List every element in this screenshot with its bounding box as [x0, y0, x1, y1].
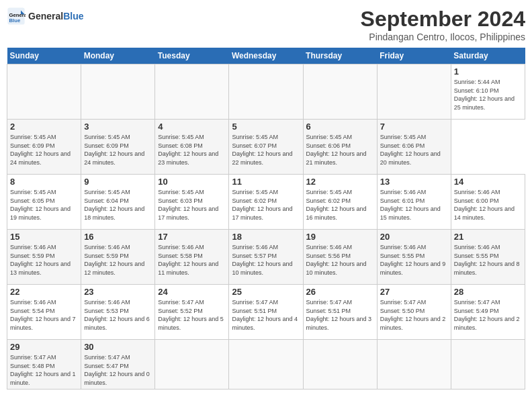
day-info: Sunrise: 5:46 AMSunset: 5:59 PMDaylight:… — [84, 243, 152, 277]
day-number: 8 — [10, 177, 78, 187]
day-number: 30 — [84, 342, 152, 352]
day-cell-17: 17Sunrise: 5:46 AMSunset: 5:58 PMDayligh… — [155, 230, 229, 285]
day-info: Sunrise: 5:46 AMSunset: 5:58 PMDaylight:… — [158, 243, 226, 277]
day-number: 9 — [84, 177, 152, 187]
day-info: Sunrise: 5:45 AMSunset: 6:08 PMDaylight:… — [158, 133, 226, 167]
day-info: Sunrise: 5:46 AMSunset: 5:56 PMDaylight:… — [306, 243, 374, 277]
day-cell-23: 23Sunrise: 5:46 AMSunset: 5:53 PMDayligh… — [81, 285, 155, 340]
title-section: September 2024 Pindangan Centro, Ilocos,… — [361, 7, 525, 42]
day-cell-29: 29Sunrise: 5:47 AMSunset: 5:48 PMDayligh… — [7, 340, 81, 390]
header-thursday: Thursday — [303, 48, 377, 64]
day-info: Sunrise: 5:46 AMSunset: 6:01 PMDaylight:… — [380, 188, 448, 222]
day-cell-6: 6Sunrise: 5:45 AMSunset: 6:06 PMDaylight… — [303, 120, 377, 175]
day-number: 20 — [380, 232, 448, 242]
day-cell-19: 19Sunrise: 5:46 AMSunset: 5:56 PMDayligh… — [303, 230, 377, 285]
location-subtitle: Pindangan Centro, Ilocos, Philippines — [361, 32, 525, 42]
empty-cell — [377, 340, 451, 390]
day-info: Sunrise: 5:46 AMSunset: 6:00 PMDaylight:… — [454, 188, 522, 222]
day-number: 22 — [10, 287, 78, 297]
day-cell-3: 3Sunrise: 5:45 AMSunset: 6:09 PMDaylight… — [81, 120, 155, 175]
day-number: 5 — [232, 122, 300, 132]
day-cell-5: 5Sunrise: 5:45 AMSunset: 6:07 PMDaylight… — [229, 120, 303, 175]
day-cell-8: 8Sunrise: 5:45 AMSunset: 6:05 PMDaylight… — [7, 175, 81, 230]
day-info: Sunrise: 5:45 AMSunset: 6:09 PMDaylight:… — [84, 133, 152, 167]
month-year-title: September 2024 — [361, 7, 525, 32]
day-number: 25 — [232, 287, 300, 297]
day-info: Sunrise: 5:46 AMSunset: 5:57 PMDaylight:… — [232, 243, 300, 277]
day-cell-13: 13Sunrise: 5:46 AMSunset: 6:01 PMDayligh… — [377, 175, 451, 230]
header-friday: Friday — [377, 48, 451, 64]
day-number: 10 — [158, 177, 226, 187]
empty-cell — [451, 340, 525, 390]
day-cell-15: 15Sunrise: 5:46 AMSunset: 5:59 PMDayligh… — [7, 230, 81, 285]
empty-cell — [155, 340, 229, 390]
day-number: 19 — [306, 232, 374, 242]
day-number: 6 — [306, 122, 374, 132]
day-info: Sunrise: 5:45 AMSunset: 6:06 PMDaylight:… — [380, 133, 448, 167]
day-number: 1 — [454, 66, 522, 77]
day-cell-30: 30Sunrise: 5:47 AMSunset: 5:47 PMDayligh… — [81, 340, 155, 390]
header-saturday: Saturday — [451, 48, 525, 64]
day-cell-12: 12Sunrise: 5:45 AMSunset: 6:02 PMDayligh… — [303, 175, 377, 230]
day-cell-18: 18Sunrise: 5:46 AMSunset: 5:57 PMDayligh… — [229, 230, 303, 285]
day-number: 28 — [454, 287, 522, 297]
empty-cell — [155, 64, 229, 120]
day-cell-28: 28Sunrise: 5:47 AMSunset: 5:49 PMDayligh… — [451, 285, 525, 340]
day-number: 17 — [158, 232, 226, 242]
empty-cell — [303, 340, 377, 390]
day-cell-25: 25Sunrise: 5:47 AMSunset: 5:51 PMDayligh… — [229, 285, 303, 340]
day-cell-7: 7Sunrise: 5:45 AMSunset: 6:06 PMDaylight… — [377, 120, 451, 175]
day-info: Sunrise: 5:47 AMSunset: 5:47 PMDaylight:… — [84, 353, 152, 387]
day-info: Sunrise: 5:44 AMSunset: 6:10 PMDaylight:… — [454, 78, 522, 111]
day-number: 23 — [84, 287, 152, 297]
day-cell-20: 20Sunrise: 5:46 AMSunset: 5:55 PMDayligh… — [377, 230, 451, 285]
day-cell-21: 21Sunrise: 5:46 AMSunset: 5:55 PMDayligh… — [451, 230, 525, 285]
logo: General Blue GeneralBlue — [7, 7, 83, 26]
day-cell-24: 24Sunrise: 5:47 AMSunset: 5:52 PMDayligh… — [155, 285, 229, 340]
svg-text:Blue: Blue — [9, 17, 21, 24]
day-cell-11: 11Sunrise: 5:45 AMSunset: 6:02 PMDayligh… — [229, 175, 303, 230]
day-number: 2 — [10, 122, 78, 132]
day-number: 7 — [380, 122, 448, 132]
day-info: Sunrise: 5:46 AMSunset: 5:53 PMDaylight:… — [84, 298, 152, 332]
day-number: 14 — [454, 177, 522, 187]
calendar-table: SundayMondayTuesdayWednesdayThursdayFrid… — [7, 48, 525, 390]
day-info: Sunrise: 5:46 AMSunset: 5:55 PMDaylight:… — [380, 243, 448, 277]
day-info: Sunrise: 5:47 AMSunset: 5:52 PMDaylight:… — [158, 298, 226, 332]
day-info: Sunrise: 5:46 AMSunset: 5:54 PMDaylight:… — [10, 298, 78, 332]
day-info: Sunrise: 5:45 AMSunset: 6:02 PMDaylight:… — [306, 188, 374, 222]
day-info: Sunrise: 5:47 AMSunset: 5:49 PMDaylight:… — [454, 298, 522, 332]
day-cell-2: 2Sunrise: 5:45 AMSunset: 6:09 PMDaylight… — [7, 120, 81, 175]
empty-cell — [229, 64, 303, 120]
day-number: 4 — [158, 122, 226, 132]
day-number: 12 — [306, 177, 374, 187]
day-cell-1: 1Sunrise: 5:44 AMSunset: 6:10 PMDaylight… — [451, 64, 525, 120]
day-info: Sunrise: 5:45 AMSunset: 6:05 PMDaylight:… — [10, 188, 78, 222]
day-cell-10: 10Sunrise: 5:45 AMSunset: 6:03 PMDayligh… — [155, 175, 229, 230]
day-info: Sunrise: 5:45 AMSunset: 6:04 PMDaylight:… — [84, 188, 152, 222]
calendar-header-row: SundayMondayTuesdayWednesdayThursdayFrid… — [7, 48, 525, 64]
day-info: Sunrise: 5:45 AMSunset: 6:09 PMDaylight:… — [10, 133, 78, 167]
header-tuesday: Tuesday — [155, 48, 229, 64]
day-number: 29 — [10, 342, 78, 352]
day-info: Sunrise: 5:45 AMSunset: 6:07 PMDaylight:… — [232, 133, 300, 167]
day-info: Sunrise: 5:47 AMSunset: 5:51 PMDaylight:… — [232, 298, 300, 332]
day-number: 18 — [232, 232, 300, 242]
day-number: 21 — [454, 232, 522, 242]
day-number: 11 — [232, 177, 300, 187]
day-info: Sunrise: 5:47 AMSunset: 5:51 PMDaylight:… — [306, 298, 374, 332]
day-number: 13 — [380, 177, 448, 187]
day-number: 27 — [380, 287, 448, 297]
day-info: Sunrise: 5:45 AMSunset: 6:02 PMDaylight:… — [232, 188, 300, 222]
empty-cell — [81, 64, 155, 120]
day-cell-26: 26Sunrise: 5:47 AMSunset: 5:51 PMDayligh… — [303, 285, 377, 340]
day-cell-4: 4Sunrise: 5:45 AMSunset: 6:08 PMDaylight… — [155, 120, 229, 175]
day-number: 3 — [84, 122, 152, 132]
day-info: Sunrise: 5:45 AMSunset: 6:03 PMDaylight:… — [158, 188, 226, 222]
day-info: Sunrise: 5:46 AMSunset: 5:55 PMDaylight:… — [454, 243, 522, 277]
day-number: 16 — [84, 232, 152, 242]
empty-cell — [7, 64, 81, 120]
empty-cell — [229, 340, 303, 390]
day-cell-27: 27Sunrise: 5:47 AMSunset: 5:50 PMDayligh… — [377, 285, 451, 340]
empty-cell — [377, 64, 451, 120]
